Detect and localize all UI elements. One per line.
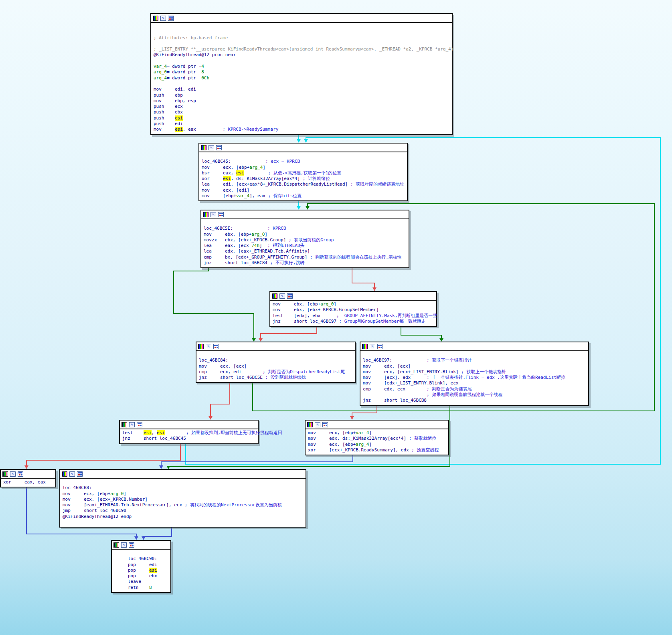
node-edit-icon[interactable]: ✎ [211,212,216,217]
code-line [204,220,406,226]
node-edit-icon[interactable]: ✎ [129,422,135,427]
node-titlebar: ✎ [196,342,355,351]
code-line: jnz short loc_46BC45 [122,436,255,441]
node-code: loc_46BC84:mov ecx, [ecx]cmp ecx, edi ; … [196,351,355,382]
basic-block-group-test[interactable]: ✎ mov ebx, [ebp+arg_0]mov ebx, [ebx+_KPR… [269,291,437,327]
node-collapse-icon[interactable] [18,471,23,477]
graph-canvas[interactable]: ✎ ; Attributes: bp-based frame ; _LIST_E… [0,0,672,635]
code-line: movzx ebx, [ebx+_KPRCB.Group] ; 获取当前核的Gr… [204,237,406,243]
edge-arrow [439,338,443,342]
code-line: loc_46BC84: [199,358,352,363]
basic-block-entry[interactable]: ✎ ; Attributes: bp-based frame ; _LIST_E… [150,13,453,135]
node-edit-icon[interactable]: ✎ [315,422,320,427]
node-edit-icon[interactable]: ✎ [279,293,285,299]
node-titlebar: ✎ [151,14,452,23]
code-line: @KiFindReadyThread@12 endp [63,514,303,520]
node-code: loc_46BC97: ; 获取下一个链表指针mov edx, [ecx]mov… [360,351,588,405]
code-line: pop ebx [114,573,168,579]
edge-arrow [304,139,308,143]
code-line [154,29,449,35]
code-line: mov esi, eax ; KPRCB->ReadySummary [154,127,449,132]
edge-arrow [166,466,170,469]
node-color-icon[interactable] [153,16,158,21]
edge-arrow [252,338,256,342]
code-line [199,352,352,358]
node-collapse-icon[interactable] [287,293,293,299]
node-collapse-icon[interactable] [377,344,383,349]
node-collapse-icon[interactable] [218,212,224,217]
code-line [154,81,449,87]
node-collapse-icon[interactable] [216,145,222,150]
node-color-icon[interactable] [198,344,204,349]
edge-loc46BC97-clearsummary [352,404,377,417]
node-titlebar: ✎ [1,470,55,479]
basic-block-loc_46BC45[interactable]: ✎ loc_46BC45: ; ecx = KPRCBmov ecx, [ebp… [198,143,408,201]
basic-block-loc_46BC5E[interactable]: ✎ loc_46BC5E: ; KPRCBmov ebx, [ebp+arg_0… [200,210,409,268]
basic-block-loc_46BC90[interactable]: ✎ loc_46BC90:pop edipop esipop ebxleaver… [111,540,171,593]
code-line: push edi [154,121,449,127]
edge-arrow [297,139,301,143]
basic-block-loc_46BCB8[interactable]: ✎ loc_46BCB8:mov ecx, [ebp+arg_0]mov ecx… [59,469,306,528]
node-color-icon[interactable] [307,422,313,427]
node-code: mov ebx, [ebp+arg_0]mov ebx, [ebx+_KPRCB… [270,301,436,326]
node-edit-icon[interactable]: ✎ [121,542,127,548]
code-line: bsr eax, esi ; 从低->高扫描,获取第一个1的位置 [202,170,405,176]
node-color-icon[interactable] [121,422,127,427]
code-line: arg_0= dword ptr 8 [154,69,449,75]
node-edit-icon[interactable]: ✎ [69,471,75,477]
node-collapse-icon[interactable] [322,422,328,427]
basic-block-xor-eax[interactable]: ✎ xor eax, eax [0,469,56,487]
node-color-icon[interactable] [362,344,368,349]
code-line: jnz short loc_46BCB8 [363,398,586,403]
code-line: mov ecx, [ecx+_LIST_ENTRY.Blink] ; 获取上一个… [363,369,586,375]
node-collapse-icon[interactable] [213,344,219,349]
code-line: mov ecx, [ecx+_KPRCB.Number] [63,497,303,502]
node-color-icon[interactable] [113,542,119,548]
node-edit-icon[interactable]: ✎ [206,344,211,349]
code-line: mov [edx+_LIST_ENTRY.Blink], ecx [363,380,586,386]
node-code: xor eax, eax [1,479,55,487]
code-line: pop esi [114,568,168,573]
node-edit-icon[interactable]: ✎ [160,16,166,21]
node-color-icon[interactable] [201,145,206,150]
code-line [154,24,449,29]
code-line: loc_46BC90: [114,556,168,562]
node-collapse-icon[interactable] [168,16,174,21]
edge-readytest-xoreax [26,443,180,466]
basic-block-loc_46BC97[interactable]: ✎ loc_46BC97: ; 获取下一个链表指针mov edx, [ecx]m… [360,342,589,406]
code-line: push ebp [154,93,449,98]
code-line: mov ebp, esp [154,98,449,104]
node-titlebar: ✎ [270,292,436,301]
node-code: loc_46BC90:pop edipop esipop ebxleaveret… [112,550,170,592]
code-line [63,520,303,525]
code-line: jnz short loc_46BC84 ; 不可执行,跳转 [204,260,406,266]
node-collapse-icon[interactable] [129,542,134,548]
edge-arrow [350,416,354,420]
code-line: cmp edx, ecx ; 判断是否为为链表尾 [363,386,586,392]
code-line: mov ebx, [ebp+arg_0] [273,301,434,307]
node-collapse-icon[interactable] [137,422,142,427]
edge-arrow [24,465,28,469]
node-edit-icon[interactable]: ✎ [370,344,375,349]
node-titlebar: ✎ [306,421,448,429]
edge-arrow [259,338,263,342]
node-color-icon[interactable] [272,293,277,299]
code-line: mov ecx, [edi] [202,188,405,193]
code-line: cmp bx, [edx+_GROUP_AFFINITY.Group] ; 判断… [204,255,406,260]
node-color-icon[interactable] [62,471,67,477]
code-line: xor [ecx+_KPRCB.ReadySummary], edx ; 预置空… [308,447,446,453]
code-line: ; Attributes: bp-based frame [154,35,449,41]
code-line: mov ecx, [ebp+arg_4] [308,442,446,447]
code-line: push ecx [154,104,449,109]
edge-arrow [208,416,213,420]
code-line: mov ecx, [ebp+arg_0] [63,491,303,497]
node-edit-icon[interactable]: ✎ [10,471,16,477]
edge-arrow [142,536,146,540]
basic-block-loc_46BC84[interactable]: ✎ loc_46BC84:mov ecx, [ecx]cmp ecx, edi … [196,342,356,383]
basic-block-ready-test[interactable]: ✎ test esi, esi ; 如果都没找到,即当前核上无可执行线程就返回j… [119,420,259,444]
node-collapse-icon[interactable] [77,471,83,477]
node-color-icon[interactable] [2,471,8,477]
basic-block-clear-summary[interactable]: ✎ mov ecx, [ebp+var_4]mov edx, ds:_KiMas… [305,420,449,455]
node-color-icon[interactable] [203,212,208,217]
node-edit-icon[interactable]: ✎ [208,145,214,150]
